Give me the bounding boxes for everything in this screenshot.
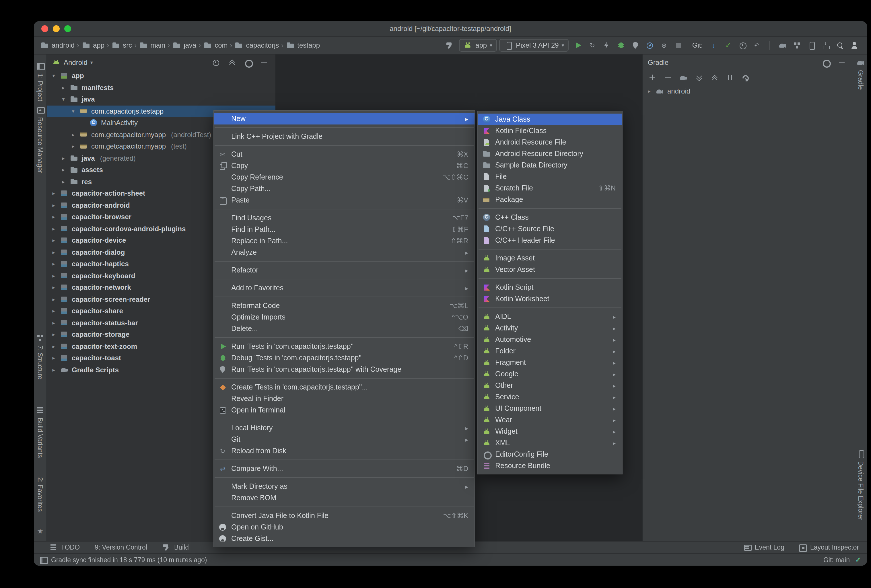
submenu-item-image-asset[interactable]: Image Asset xyxy=(478,253,622,264)
attach-debugger-button[interactable] xyxy=(657,39,671,52)
submenu-item-c-class[interactable]: C++ Class xyxy=(478,212,622,223)
collapse-all-button[interactable] xyxy=(708,72,721,84)
submenu-item-xml[interactable]: XML▸ xyxy=(478,437,622,449)
breadcrumb-src[interactable]: src xyxy=(111,41,133,50)
tree-item-app[interactable]: ▾app xyxy=(47,70,275,82)
menu-item-refactor[interactable]: Refactor▸ xyxy=(214,265,474,276)
toolwindow-button-1-project[interactable]: 1: Project xyxy=(34,61,46,101)
toolwindow-button-7-structure[interactable]: 7: Structure xyxy=(34,333,46,380)
project-structure-button[interactable] xyxy=(790,39,804,52)
menu-item-delete[interactable]: Delete...⌫ xyxy=(214,323,474,334)
run-config-select[interactable]: app ▾ xyxy=(459,39,497,52)
menu-item-new[interactable]: New▸ xyxy=(214,113,474,124)
toolwindow-button-gradle[interactable]: Gradle xyxy=(855,58,867,90)
project-view-selector[interactable]: Android xyxy=(64,58,87,66)
sdk-manager-button[interactable] xyxy=(819,39,832,52)
submenu-item-google[interactable]: Google▸ xyxy=(478,368,622,380)
menu-item-mark-directory-as[interactable]: Mark Directory as▸ xyxy=(214,481,474,492)
close-button[interactable] xyxy=(41,25,48,32)
submenu-item-vector-asset[interactable]: Vector Asset xyxy=(478,264,622,275)
gradle-settings-button[interactable] xyxy=(819,56,832,69)
menu-item-open-on-github[interactable]: Open on GitHub xyxy=(214,521,474,533)
menu-item-create-gist[interactable]: Create Gist... xyxy=(214,533,474,545)
menu-item-run-tests-in-com-capacitorjs-testapp-with-coverage[interactable]: Run 'Tests in 'com.capacitorjs.testapp''… xyxy=(214,364,474,375)
submenu-item-android-resource-directory[interactable]: Android Resource Directory xyxy=(478,148,622,160)
submenu-item-widget[interactable]: Widget▸ xyxy=(478,426,622,437)
breadcrumb-main[interactable]: main xyxy=(138,41,166,50)
hide-gradle-panel-button[interactable] xyxy=(835,56,849,69)
toolwindow-button-build[interactable]: Build xyxy=(162,543,189,552)
submenu-item-activity[interactable]: Activity▸ xyxy=(478,322,622,334)
toolwindow-toggle-icon[interactable] xyxy=(39,555,48,564)
tree-item-manifests[interactable]: ▸manifests xyxy=(47,82,275,94)
collapse-all-button[interactable] xyxy=(225,56,239,69)
menu-item-reveal-in-finder[interactable]: Reveal in Finder xyxy=(214,393,474,404)
submenu-item-sample-data-directory[interactable]: Sample Data Directory xyxy=(478,160,622,171)
menu-item-copy[interactable]: Copy⌘C xyxy=(214,160,474,172)
update-project-button[interactable] xyxy=(707,39,721,52)
build-project-button[interactable] xyxy=(443,39,456,52)
breadcrumb-capacitorjs[interactable]: capacitorjs xyxy=(234,41,280,50)
menu-item-create-tests-in-com-capacitorjs-testapp[interactable]: Create 'Tests in 'com.capacitorjs.testap… xyxy=(214,382,474,393)
locate-selected-file-button[interactable] xyxy=(209,56,223,69)
virtual-device-manager-button[interactable] xyxy=(804,39,818,52)
toolwindow-button-todo[interactable]: TODO xyxy=(49,543,80,552)
menu-item-reformat-code[interactable]: Reformat Code⌥⌘L xyxy=(214,300,474,311)
menu-item-find-in-path[interactable]: Find in Path...⇧⌘F xyxy=(214,224,474,235)
submenu-item-file[interactable]: File xyxy=(478,171,622,183)
profile-avatar-button[interactable] xyxy=(847,39,861,52)
toolwindow-button-resource-manager[interactable]: Resource Manager xyxy=(34,105,46,173)
sync-project-with-gradle-button[interactable] xyxy=(776,39,790,52)
menu-item-cut[interactable]: Cut⌘X xyxy=(214,148,474,160)
submenu-item-android-resource-file[interactable]: Android Resource File xyxy=(478,136,622,148)
menu-item-compare-with[interactable]: Compare With...⌘D xyxy=(214,463,474,474)
submenu-item-other[interactable]: Other▸ xyxy=(478,380,622,391)
offline-mode-button[interactable] xyxy=(723,72,737,84)
sync-gradle-button[interactable] xyxy=(676,72,690,84)
tree-item-java[interactable]: ▾java xyxy=(47,94,275,105)
hide-panel-button[interactable] xyxy=(257,56,271,69)
toolwindow-button-9-version-control[interactable]: 9: Version Control xyxy=(95,544,147,551)
debug-button[interactable] xyxy=(614,39,628,52)
submenu-item-kotlin-worksheet[interactable]: Kotlin Worksheet xyxy=(478,293,622,305)
gradle-tree-item-android[interactable]: ▸android xyxy=(643,85,854,97)
menu-item-open-in-terminal[interactable]: Open in Terminal xyxy=(214,404,474,416)
zoom-button[interactable] xyxy=(64,25,71,32)
toolwindow-button-event-log[interactable]: Event Log xyxy=(742,543,784,552)
submenu-item-aidl[interactable]: AIDL▸ xyxy=(478,311,622,322)
breadcrumb-app[interactable]: app xyxy=(81,41,105,50)
menu-item-copy-path[interactable]: Copy Path... xyxy=(214,183,474,195)
submenu-item-ui-component[interactable]: UI Component▸ xyxy=(478,403,622,414)
expand-all-button[interactable] xyxy=(692,72,706,84)
submenu-item-java-class[interactable]: Java Class xyxy=(478,114,622,125)
apply-changes-button[interactable] xyxy=(585,39,599,52)
submenu-item-service[interactable]: Service▸ xyxy=(478,391,622,403)
device-select[interactable]: Pixel 3 API 29 ▾ xyxy=(499,39,569,52)
menu-item-reload-from-disk[interactable]: Reload from Disk xyxy=(214,445,474,456)
minimize-button[interactable] xyxy=(53,25,60,32)
submenu-item-resource-bundle[interactable]: Resource Bundle xyxy=(478,460,622,471)
remove-gradle-project-button[interactable] xyxy=(661,72,675,84)
toolwindow-button-build-variants[interactable]: Build Variants xyxy=(34,405,46,458)
menu-item-add-to-favorites[interactable]: Add to Favorites▸ xyxy=(214,282,474,294)
breadcrumb-java[interactable]: java xyxy=(172,41,197,50)
run-with-coverage-button[interactable] xyxy=(629,39,642,52)
submenu-item-folder[interactable]: Folder▸ xyxy=(478,346,622,357)
breadcrumb-android[interactable]: android xyxy=(40,41,75,50)
toolwindow-button-2-favorites[interactable]: 2: Favorites xyxy=(34,477,46,512)
menu-item-debug-tests-in-com-capacitorjs-testapp[interactable]: Debug 'Tests in 'com.capacitorjs.testapp… xyxy=(214,352,474,364)
submenu-item-scratch-file[interactable]: Scratch File⇧⌘N xyxy=(478,183,622,194)
menu-item-remove-bom[interactable]: Remove BOM xyxy=(214,492,474,504)
menu-item-optimize-imports[interactable]: Optimize Imports^⌥O xyxy=(214,311,474,323)
submenu-item-c-c-source-file[interactable]: C/C++ Source File xyxy=(478,223,622,235)
submenu-item-automotive[interactable]: Automotive▸ xyxy=(478,334,622,346)
menu-item-git[interactable]: Git▸ xyxy=(214,434,474,445)
view-options-button[interactable] xyxy=(241,56,255,69)
rollback-button[interactable] xyxy=(750,39,764,52)
submenu-item-package[interactable]: Package xyxy=(478,194,622,205)
menu-item-local-history[interactable]: Local History▸ xyxy=(214,422,474,434)
git-branch-widget[interactable]: Git: main xyxy=(823,556,850,563)
search-everywhere-button[interactable] xyxy=(833,39,847,52)
commit-button[interactable] xyxy=(721,39,735,52)
submenu-item-kotlin-file-class[interactable]: Kotlin File/Class xyxy=(478,125,622,136)
